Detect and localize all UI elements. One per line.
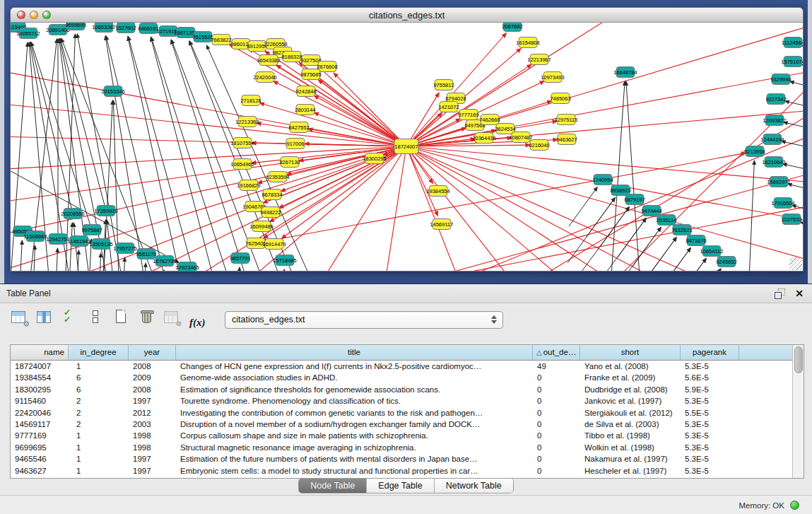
graph-node[interactable]: 14055712 (16, 28, 40, 39)
cell-short[interactable]: Jankovic et al. (1997) (580, 395, 681, 407)
cell-year[interactable]: 1998 (129, 430, 176, 441)
cell-out_degree[interactable]: 0 (533, 453, 580, 465)
table-row[interactable]: 977716911998Corpus callosum shape and si… (11, 430, 792, 441)
cell-name[interactable]: 9777169 (11, 430, 69, 441)
cell-short[interactable]: Stergiakouli et al. (2012) (580, 407, 681, 419)
table-row[interactable]: 946554611997Estimation of the future num… (11, 453, 792, 465)
graph-node[interactable]: 15718485 (273, 255, 296, 266)
graph-node[interactable]: 18300295 (363, 153, 386, 164)
cell-in_degree[interactable]: 2 (69, 407, 129, 419)
column-header-title[interactable]: title (176, 345, 533, 360)
graph-node[interactable]: 9875685 (300, 69, 321, 80)
tab-network-table[interactable]: Network Table (435, 479, 513, 493)
cell-pagerank[interactable]: 5.3E-5 (681, 442, 739, 453)
cell-out_degree[interactable]: 0 (533, 384, 580, 395)
graph-node[interactable]: 9699695 (65, 23, 86, 30)
graph-node[interactable]: 2087682 (502, 23, 522, 32)
cell-in_degree[interactable]: 1 (69, 465, 129, 477)
cell-year[interactable]: 1997 (129, 395, 176, 407)
graph-node[interactable]: 8213958 (744, 146, 765, 157)
graph-node[interactable]: 7663822 (211, 35, 231, 45)
graph-node[interactable]: 16210643 (762, 157, 785, 168)
graph-node[interactable]: 15692971 (767, 177, 790, 187)
graph-node[interactable]: 6466161 (138, 23, 158, 34)
cell-in_degree[interactable]: 1 (69, 453, 129, 465)
graph-node[interactable]: 19384554 (426, 186, 449, 197)
graph-node[interactable]: 11124564 (782, 37, 803, 48)
graph-node-hub[interactable]: 18724007 (394, 139, 418, 154)
table-row[interactable]: 1830029562008Estimation of significance … (11, 384, 792, 395)
table-row[interactable]: 2242004622012Investigating the contribut… (11, 407, 792, 419)
graph-node[interactable]: 9857791 (230, 253, 250, 264)
cell-name[interactable]: 9699695 (11, 442, 69, 453)
column-header-short[interactable]: short (580, 345, 681, 360)
cell-name[interactable]: 22420046 (11, 407, 69, 419)
select-all-icon[interactable]: ✓ ✓ (62, 309, 79, 326)
cell-short[interactable]: Wolkin et al. (1998) (580, 442, 681, 453)
cell-out_degree[interactable]: 49 (533, 361, 580, 372)
close-panel-icon[interactable]: ✕ (795, 288, 804, 298)
graph-node[interactable]: 12213967 (527, 54, 551, 65)
cell-name[interactable]: 14569117 (11, 419, 69, 430)
cell-out_degree[interactable]: 0 (533, 430, 580, 441)
cell-name[interactable]: 9115460 (11, 395, 69, 407)
graph-node[interactable]: 11451947 (68, 236, 91, 247)
cell-pagerank[interactable]: 5.3E-5 (681, 465, 739, 477)
graph-node[interactable]: 17016504 (771, 198, 794, 209)
graph-node[interactable]: 2803144 (295, 105, 315, 115)
cell-year[interactable]: 1997 (129, 453, 176, 465)
graph-node[interactable]: 9242848 (295, 86, 316, 97)
delete-table-icon[interactable]: ⊗ (164, 309, 181, 326)
graph-node[interactable]: 17359928 (94, 206, 117, 216)
graph-node[interactable]: 2718126 (240, 95, 261, 106)
cell-title[interactable]: Tourette syndrome. Phenomenology and cla… (176, 395, 533, 407)
column-header-in_degree[interactable]: in_degree (69, 345, 129, 360)
graph-node[interactable]: 9755812 (433, 80, 454, 90)
cell-title[interactable]: Structural magnetic resonance image aver… (176, 442, 533, 453)
graph-node[interactable]: 9777169 (458, 110, 478, 120)
graph-node[interactable]: 9498222 (260, 207, 281, 218)
cell-year[interactable]: 2003 (129, 419, 176, 430)
graph-node[interactable]: 15751074 (781, 57, 803, 67)
cell-name[interactable]: 9463627 (11, 465, 69, 477)
cell-name[interactable]: 18724007 (11, 361, 69, 372)
rows-icon[interactable] (88, 309, 105, 326)
cell-in_degree[interactable]: 2 (69, 395, 129, 407)
cell-pagerank[interactable]: 5.3E-5 (681, 453, 739, 465)
graph-node[interactable]: 20364436 (472, 133, 495, 144)
graph-node[interactable]: 2935114 (657, 215, 677, 226)
cell-year[interactable]: 2009 (129, 372, 176, 383)
cell-short[interactable]: Franke et al. (2009) (580, 372, 681, 383)
column-header-name[interactable]: name (11, 345, 69, 360)
network-canvas[interactable]: 9115460140557122089140696996951065328715… (11, 23, 803, 271)
cell-title[interactable]: Disruption of a novel member of a sodium… (176, 419, 533, 430)
table-row[interactable]: 1872400712008Changes of HCN gene express… (11, 361, 792, 372)
cell-pagerank[interactable]: 5.9E-5 (681, 384, 739, 395)
cell-title[interactable]: Corpus callosum shape and size in male p… (176, 430, 533, 441)
window-resize-grip[interactable] (789, 257, 802, 270)
tab-node-table[interactable]: Node Table (299, 479, 367, 493)
graph-node[interactable]: 20206556 (61, 209, 84, 219)
cell-in_degree[interactable]: 1 (69, 361, 129, 372)
cell-year[interactable]: 2012 (129, 407, 176, 419)
scrollbar-thumb[interactable] (794, 346, 803, 373)
network-window-titlebar[interactable]: citations_edges.txt (11, 8, 803, 23)
cell-short[interactable]: de Silva et al. (2003) (580, 419, 681, 430)
cell-short[interactable]: Nakamura et al. (1997) (580, 453, 681, 465)
show-columns-icon[interactable] (37, 309, 54, 326)
tab-edge-table[interactable]: Edge Table (367, 479, 434, 493)
graph-node[interactable]: 12353594 (266, 172, 289, 182)
graph-node[interactable]: 14569117 (430, 219, 454, 230)
graph-node[interactable]: 9463627 (556, 134, 577, 145)
graph-node[interactable]: 9245652 (716, 257, 736, 267)
cell-pagerank[interactable]: 5.6E-5 (681, 372, 739, 383)
graph-node[interactable]: 12942757 (46, 234, 69, 245)
graph-node[interactable]: 10654965 (230, 159, 254, 170)
vertical-scrollbar[interactable] (792, 345, 804, 478)
column-header-year[interactable]: year (129, 345, 176, 360)
column-header-pagerank[interactable]: pagerank (681, 345, 739, 360)
function-icon[interactable]: f(x) (189, 314, 213, 331)
graph-node[interactable]: 7615526 (192, 32, 213, 42)
graph-node[interactable]: 1527602 (115, 23, 136, 33)
graph-node[interactable]: 12975115 (555, 115, 578, 125)
